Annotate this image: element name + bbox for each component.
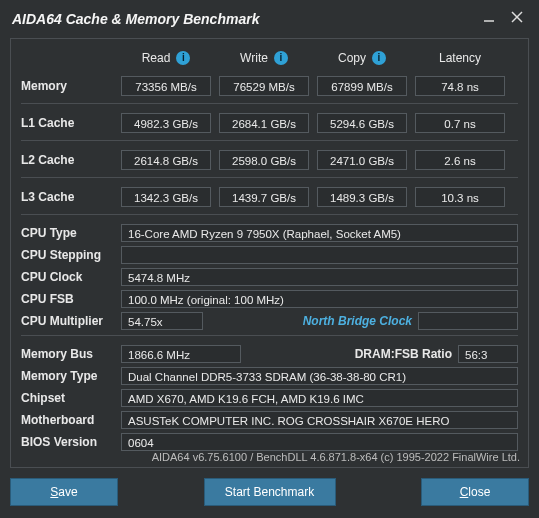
- motherboard-label: Motherboard: [21, 413, 121, 427]
- l2-latency: 2.6 ns: [415, 150, 505, 170]
- status-line: AIDA64 v6.75.6100 / BenchDLL 4.6.871.8-x…: [11, 451, 520, 463]
- chipset-label: Chipset: [21, 391, 121, 405]
- l2-copy: 2471.0 GB/s: [317, 150, 407, 170]
- l1-copy: 5294.6 GB/s: [317, 113, 407, 133]
- start-benchmark-label: Start Benchmark: [225, 485, 314, 499]
- column-headers: Readi Writei Copyi Latency: [21, 47, 518, 69]
- bios-version: 0604: [121, 433, 518, 451]
- minimize-button[interactable]: [475, 3, 503, 31]
- cpu-stepping: [121, 246, 518, 264]
- l3-write: 1439.7 GB/s: [219, 187, 309, 207]
- benchmark-frame: Readi Writei Copyi Latency Memory 73356 …: [10, 38, 529, 468]
- l1-read: 4982.3 GB/s: [121, 113, 211, 133]
- chipset: AMD X670, AMD K19.6 FCH, AMD K19.6 IMC: [121, 389, 518, 407]
- close-action-button[interactable]: Close: [421, 478, 529, 506]
- north-bridge-clock: [418, 312, 518, 330]
- memory-copy: 67899 MB/s: [317, 76, 407, 96]
- col-copy-label: Copy: [338, 51, 366, 65]
- memory-write: 76529 MB/s: [219, 76, 309, 96]
- motherboard: ASUSTeK COMPUTER INC. ROG CROSSHAIR X670…: [121, 411, 518, 429]
- save-button-rest: ave: [58, 485, 77, 499]
- memory-read: 73356 MB/s: [121, 76, 211, 96]
- col-latency-label: Latency: [439, 51, 481, 65]
- memory-bus-label: Memory Bus: [21, 347, 121, 361]
- north-bridge-clock-label[interactable]: North Bridge Clock: [303, 314, 418, 328]
- col-write-label: Write: [240, 51, 268, 65]
- info-icon[interactable]: i: [274, 51, 288, 65]
- save-button[interactable]: Save: [10, 478, 118, 506]
- cpu-clock-label: CPU Clock: [21, 270, 121, 284]
- cpu-type-label: CPU Type: [21, 226, 121, 240]
- row-memory: Memory 73356 MB/s 76529 MB/s 67899 MB/s …: [21, 75, 518, 97]
- memory-type-label: Memory Type: [21, 369, 121, 383]
- window-title: AIDA64 Cache & Memory Benchmark: [12, 11, 475, 27]
- row-l2-label: L2 Cache: [21, 153, 121, 167]
- l3-copy: 1489.3 GB/s: [317, 187, 407, 207]
- l2-write: 2598.0 GB/s: [219, 150, 309, 170]
- row-l2: L2 Cache 2614.8 GB/s 2598.0 GB/s 2471.0 …: [21, 149, 518, 171]
- cpu-type: 16-Core AMD Ryzen 9 7950X (Raphael, Sock…: [121, 224, 518, 242]
- memory-type: Dual Channel DDR5-3733 SDRAM (36-38-38-8…: [121, 367, 518, 385]
- cpu-fsb-label: CPU FSB: [21, 292, 121, 306]
- memory-bus: 1866.6 MHz: [121, 345, 241, 363]
- cpu-stepping-label: CPU Stepping: [21, 248, 121, 262]
- row-l3: L3 Cache 1342.3 GB/s 1439.7 GB/s 1489.3 …: [21, 186, 518, 208]
- row-l1: L1 Cache 4982.3 GB/s 2684.1 GB/s 5294.6 …: [21, 112, 518, 134]
- cpu-mult-label: CPU Multiplier: [21, 314, 121, 328]
- l1-write: 2684.1 GB/s: [219, 113, 309, 133]
- titlebar: AIDA64 Cache & Memory Benchmark: [0, 0, 539, 34]
- row-memory-label: Memory: [21, 79, 121, 93]
- bios-version-label: BIOS Version: [21, 435, 121, 449]
- l1-latency: 0.7 ns: [415, 113, 505, 133]
- col-read-label: Read: [142, 51, 171, 65]
- cpu-fsb: 100.0 MHz (original: 100 MHz): [121, 290, 518, 308]
- info-icon[interactable]: i: [372, 51, 386, 65]
- close-button-rest: lose: [468, 485, 490, 499]
- info-icon[interactable]: i: [176, 51, 190, 65]
- button-bar: Save Start Benchmark Close: [0, 474, 539, 506]
- dram-fsb-ratio-label: DRAM:FSB Ratio: [355, 347, 458, 361]
- cpu-mult: 54.75x: [121, 312, 203, 330]
- close-button[interactable]: [503, 3, 531, 31]
- memory-latency: 74.8 ns: [415, 76, 505, 96]
- row-l1-label: L1 Cache: [21, 116, 121, 130]
- l3-latency: 10.3 ns: [415, 187, 505, 207]
- dram-fsb-ratio: 56:3: [458, 345, 518, 363]
- cpu-clock: 5474.8 MHz: [121, 268, 518, 286]
- l2-read: 2614.8 GB/s: [121, 150, 211, 170]
- row-l3-label: L3 Cache: [21, 190, 121, 204]
- l3-read: 1342.3 GB/s: [121, 187, 211, 207]
- start-benchmark-button[interactable]: Start Benchmark: [204, 478, 336, 506]
